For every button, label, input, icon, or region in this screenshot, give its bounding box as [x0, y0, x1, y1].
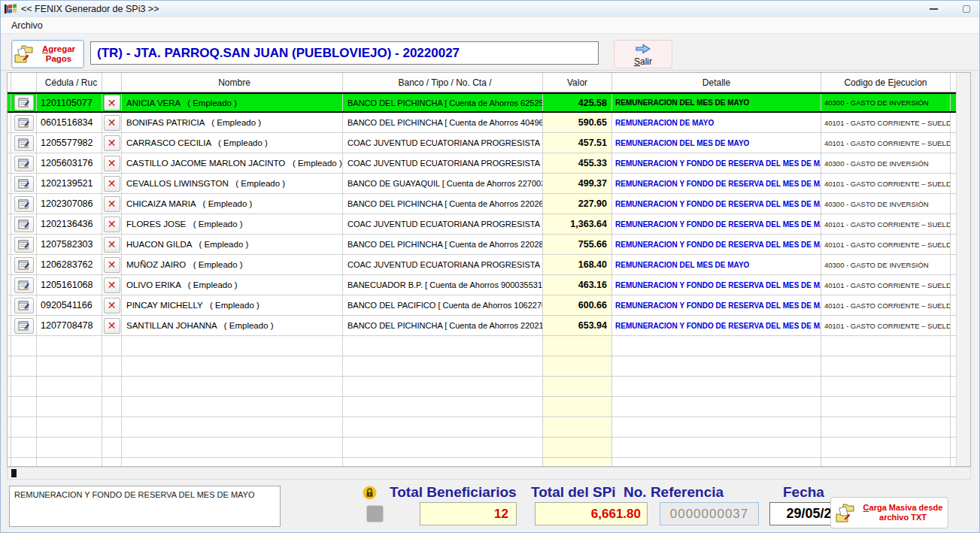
table-row-empty[interactable]	[8, 336, 956, 356]
header-banco[interactable]: Banco / Tipo / No. Cta /	[343, 73, 543, 92]
table-row[interactable]: 1207582303 ✕ HUACON GILDA ( Empleado ) B…	[8, 235, 956, 255]
cell-cedula: 0920541166	[37, 295, 102, 315]
cell-codigo: 40101 - GASTO CORRIENTE – SUELDOS	[821, 275, 951, 295]
edit-row-button[interactable]	[14, 95, 34, 111]
delete-row-button[interactable]: ✕	[104, 135, 120, 151]
cell-codigo: 40101 - GASTO CORRIENTE – SUELDOS	[821, 316, 951, 335]
cell-edit	[11, 194, 37, 214]
table-horizontal-scrollbar[interactable]	[7, 467, 971, 480]
table-row-empty[interactable]	[8, 438, 956, 458]
table-vertical-scrollbar[interactable]	[956, 73, 970, 466]
table-row[interactable]: 0920541166 ✕ PINCAY MICHELLY ( Empleado …	[8, 295, 956, 316]
table-row[interactable]: 1206283762 ✕ MUÑOZ JAIRO ( Empleado ) CO…	[8, 255, 956, 275]
edit-form-icon	[18, 178, 30, 189]
carga-masiva-button[interactable]: Carga Masiva desde archivo TXT	[830, 497, 948, 528]
edit-row-button[interactable]	[14, 196, 34, 212]
edit-row-button[interactable]	[14, 156, 34, 171]
cell-cedula: 1205577982	[37, 133, 102, 153]
salir-button[interactable]: Salir	[614, 40, 672, 68]
cell-valor: 168.40	[543, 255, 612, 274]
table-row[interactable]: 1207708478 ✕ SANTILLAN JOHANNA ( Emplead…	[8, 316, 956, 336]
delete-row-button[interactable]: ✕	[104, 95, 120, 111]
delete-row-button[interactable]: ✕	[104, 217, 120, 232]
cell-codigo: 40101 - GASTO CORRIENTE – SUELDOS	[821, 113, 951, 132]
delete-row-button[interactable]: ✕	[104, 115, 120, 131]
cell-detalle: REMUNERACION Y FONDO DE RESERVA DEL MES …	[612, 214, 821, 234]
cell-cedula: 1207582303	[37, 235, 102, 254]
delete-row-button[interactable]: ✕	[104, 318, 120, 334]
exit-arrow-icon	[635, 44, 651, 54]
delete-row-button[interactable]: ✕	[104, 298, 120, 313]
cell-valor: 457.51	[543, 133, 612, 153]
carga-masiva-label: Carga Masiva desde archivo TXT	[858, 503, 948, 522]
table-row-empty[interactable]	[8, 417, 956, 438]
cell-codigo: 40101 - GASTO CORRIENTE – SUELDOS	[821, 295, 951, 315]
cell-delete: ✕	[102, 94, 122, 111]
menu-archivo[interactable]: Archivo	[8, 17, 46, 34]
window-title: << FENIX Generador de SPi3 >>	[21, 4, 159, 14]
total-spi-field[interactable]: 6,661.80	[535, 502, 648, 525]
edit-row-button[interactable]	[14, 318, 34, 334]
gray-square-button[interactable]	[366, 505, 384, 522]
minimize-button[interactable]	[924, 3, 943, 15]
table-row[interactable]: 1205161068 ✕ OLIVO ERIKA ( Empleado ) BA…	[8, 275, 956, 295]
cell-banco: COAC JUVENTUD ECUATORIANA PROGRESISTA LT…	[343, 214, 543, 234]
table-row[interactable]: 1205577982 ✕ CARRASCO CECILIA ( Empleado…	[8, 133, 956, 153]
agregar-pagos-button[interactable]: Agregar Pagos	[11, 40, 84, 68]
delete-row-button[interactable]: ✕	[104, 156, 120, 171]
header-detalle[interactable]: Detalle	[612, 73, 821, 92]
cell-delete: ✕	[102, 113, 122, 132]
table-row[interactable]: 1202136436 ✕ FLORES JOSE ( Empleado ) CO…	[8, 214, 956, 235]
salir-label: Salir	[614, 56, 672, 67]
cell-banco: BANCO DE GUAYAQUIL [ Cuenta de Ahorros 2…	[343, 174, 543, 193]
header-delete[interactable]	[102, 73, 122, 92]
detail-textarea[interactable]: REMUNERACION Y FONDO DE RESERVA DEL MES …	[9, 486, 281, 527]
cell-banco: COAC JUVENTUD ECUATORIANA PROGRESISTA LT…	[343, 153, 543, 173]
header-codigo[interactable]: Codigo de Ejecucion	[821, 73, 951, 92]
delete-row-button[interactable]: ✕	[104, 277, 120, 293]
delete-row-button[interactable]: ✕	[104, 257, 120, 273]
table-row-empty[interactable]	[8, 356, 956, 377]
total-beneficiarios-field[interactable]: 12	[420, 502, 517, 525]
minimize-icon	[930, 8, 938, 10]
table-row-empty[interactable]	[8, 397, 956, 417]
entity-title-field[interactable]: (TR) - JTA. PARROQ.SAN JUAN (PUEBLOVIEJO…	[90, 41, 599, 65]
table-row[interactable]: 0601516834 ✕ BONIFAS PATRICIA ( Empleado…	[8, 113, 956, 133]
table-row[interactable]: 1205603176 ✕ CASTILLO JACOME MARLON JACI…	[8, 153, 956, 174]
app-window: << FENIX Generador de SPi3 >> Archivo Ag…	[0, 0, 980, 533]
cell-delete: ✕	[102, 214, 122, 234]
header-valor[interactable]: Valor	[543, 73, 612, 92]
edit-row-button[interactable]	[14, 237, 34, 253]
delete-x-icon: ✕	[108, 97, 117, 109]
header-cedula[interactable]: Cédula / Ruc	[37, 73, 102, 92]
table-row[interactable]: 1202139521 ✕ CEVALLOS LIWINSGTON ( Emple…	[8, 174, 956, 194]
edit-row-button[interactable]	[14, 135, 34, 151]
total-spi-label: Total del SPi	[531, 484, 616, 501]
cell-banco: COAC JUVENTUD ECUATORIANA PROGRESISTA LT…	[343, 255, 543, 274]
edit-row-button[interactable]	[14, 277, 34, 293]
table-row-empty[interactable]	[8, 377, 956, 397]
cell-edit	[11, 275, 37, 295]
edit-row-button[interactable]	[14, 115, 34, 131]
delete-row-button[interactable]: ✕	[104, 237, 120, 253]
edit-row-button[interactable]	[14, 217, 34, 232]
delete-row-button[interactable]: ✕	[104, 196, 120, 212]
header-edit[interactable]	[11, 73, 37, 92]
maximize-button[interactable]	[957, 3, 976, 15]
edit-row-button[interactable]	[14, 298, 34, 313]
header-nombre[interactable]: Nombre	[122, 73, 343, 92]
payments-table: Cédula / Ruc Nombre Banco / Tipo / No. C…	[7, 72, 971, 467]
delete-row-button[interactable]: ✕	[104, 176, 120, 192]
edit-row-button[interactable]	[14, 176, 34, 192]
cell-nombre: CHICAIZA MARIA ( Empleado )	[122, 194, 343, 214]
table-row[interactable]: 1201105077 ✕ ANICIA VERA ( Empleado ) BA…	[8, 92, 956, 113]
cell-banco: COAC JUVENTUD ECUATORIANA PROGRESISTA LT…	[343, 133, 543, 153]
cell-codigo: 40101 - GASTO CORRIENTE – SUELDOS	[821, 133, 951, 153]
edit-row-button[interactable]	[14, 257, 34, 273]
cell-nombre: HUACON GILDA ( Empleado )	[122, 235, 343, 254]
horizontal-scrollbar-thumb[interactable]	[11, 469, 17, 477]
cell-cedula: 1202307086	[37, 194, 102, 214]
table-row[interactable]: 1202307086 ✕ CHICAIZA MARIA ( Empleado )…	[8, 194, 956, 214]
table-row-empty[interactable]	[8, 458, 956, 466]
cell-cedula: 0601516834	[37, 113, 102, 132]
